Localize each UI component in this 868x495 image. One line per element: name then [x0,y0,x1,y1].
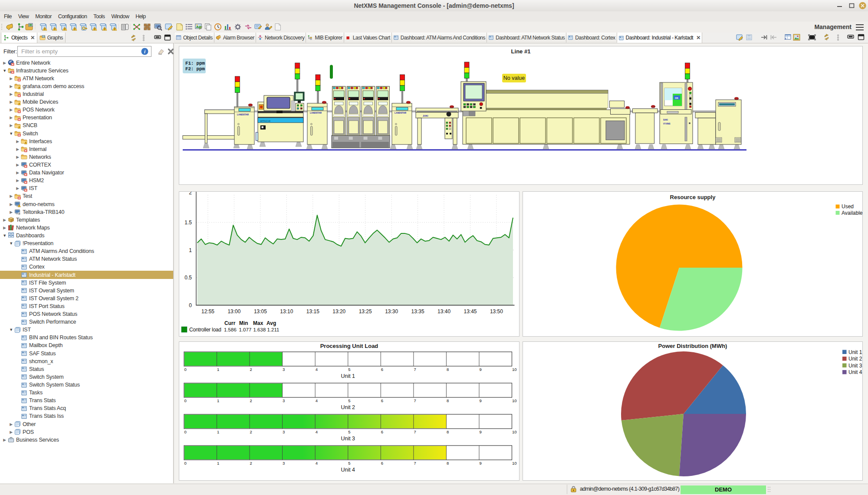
svg-text:9: 9 [480,429,482,434]
svg-text:6: 6 [381,367,383,372]
svg-text:8: 8 [447,367,449,372]
svg-text:0: 0 [184,429,187,434]
svg-text:2: 2 [250,367,252,372]
svg-text:VT-RNS: VT-RNS [663,123,671,125]
svg-text:6: 6 [381,429,383,434]
svg-text:Available: Available [842,210,863,216]
svg-text:Unit 3: Unit 3 [341,436,355,442]
svg-text:9: 9 [480,398,482,403]
svg-text:12:55: 12:55 [201,308,214,315]
svg-text:1: 1 [217,429,219,434]
svg-text:4: 4 [316,461,318,465]
svg-text:4: 4 [316,429,318,434]
svg-text:Unit 1: Unit 1 [341,373,355,379]
svg-text:1.5: 1.5 [184,220,192,226]
svg-text:HITACHI: HITACHI [260,120,270,122]
svg-text:0: 0 [184,461,187,465]
svg-text:3: 3 [283,367,285,372]
svg-text:0.5: 0.5 [184,275,192,281]
svg-text:6: 6 [381,461,383,465]
svg-text:0: 0 [189,302,192,308]
svg-text:3: 3 [283,398,285,403]
svg-text:10: 10 [512,461,517,465]
svg-text:JUKI: JUKI [423,115,428,117]
svg-text:Max: Max [253,320,263,326]
svg-text:LANDSTAR: LANDSTAR [237,113,249,116]
svg-text:7: 7 [414,461,416,465]
svg-text:5: 5 [348,367,350,372]
svg-text:1.638: 1.638 [253,327,266,332]
svg-text:13:15: 13:15 [306,308,319,315]
svg-text:13:35: 13:35 [411,308,424,315]
svg-text:13:05: 13:05 [254,308,267,315]
svg-text:3: 3 [283,461,285,465]
svg-text:1: 1 [217,367,219,372]
svg-text:13:25: 13:25 [359,308,372,315]
svg-text:Unit 1: Unit 1 [848,349,862,355]
svg-text:1: 1 [217,461,219,465]
svg-text:5: 5 [348,429,350,434]
svg-text:1: 1 [189,247,192,253]
svg-text:Unit 4: Unit 4 [848,369,862,375]
svg-text:8: 8 [447,461,449,465]
svg-text:Used: Used [842,203,854,210]
svg-text:SAKI: SAKI [663,119,668,121]
svg-text:10: 10 [512,398,517,403]
svg-text:7: 7 [414,367,416,372]
svg-text:9: 9 [480,367,482,372]
svg-text:13:00: 13:00 [227,308,240,315]
svg-text:8: 8 [447,429,449,434]
svg-text:10: 10 [512,367,517,372]
svg-text:0: 0 [184,367,187,372]
svg-text:8: 8 [447,398,449,403]
svg-text:5: 5 [348,398,350,403]
svg-text:2: 2 [250,398,252,403]
svg-text:13:30: 13:30 [385,308,398,315]
svg-text:Avg: Avg [266,320,276,326]
svg-text:LANDSTAR: LANDSTAR [395,111,407,114]
svg-text:2: 2 [250,461,252,465]
svg-text:13:50: 13:50 [490,308,503,315]
svg-text:Unit 3: Unit 3 [848,363,862,369]
svg-text:1.586: 1.586 [224,327,237,332]
svg-text:LANDSTAR: LANDSTAR [310,111,322,114]
svg-text:13:10: 13:10 [280,308,293,315]
svg-text:7: 7 [414,398,416,403]
svg-text:0: 0 [184,398,187,403]
svg-text:Unit 2: Unit 2 [341,404,355,410]
svg-text:4: 4 [316,398,318,403]
svg-text:1: 1 [217,398,219,403]
svg-text:2: 2 [250,429,252,434]
svg-text:Unit 4: Unit 4 [341,467,355,473]
svg-text:Controller load: Controller load [189,327,221,333]
svg-text:1.077: 1.077 [239,327,252,332]
svg-text:2: 2 [189,192,192,196]
svg-text:13:45: 13:45 [464,308,477,315]
svg-text:5: 5 [348,461,350,465]
svg-text:4: 4 [316,367,318,372]
svg-text:9: 9 [480,461,482,465]
svg-text:Curr: Curr [224,320,236,326]
svg-text:Unit 2: Unit 2 [848,356,862,362]
svg-text:7: 7 [414,429,416,434]
svg-text:13:20: 13:20 [332,308,345,315]
svg-text:6: 6 [381,398,383,403]
svg-text:13:40: 13:40 [437,308,450,315]
svg-text:OK: OK [675,97,678,99]
svg-text:10: 10 [512,429,517,434]
svg-text:Min: Min [239,320,248,326]
svg-text:3: 3 [283,429,285,434]
svg-text:1.211: 1.211 [267,327,279,332]
